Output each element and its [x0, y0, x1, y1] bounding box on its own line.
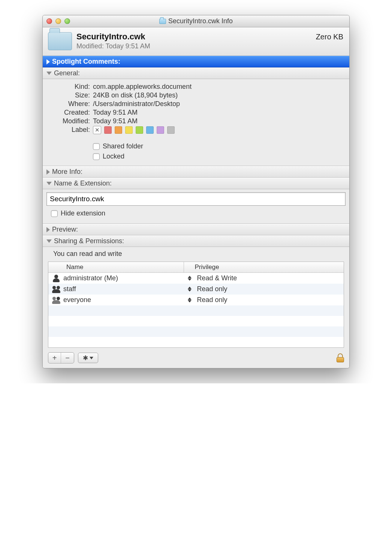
modified-label: Modified:	[49, 117, 90, 125]
chevron-down-icon	[90, 357, 93, 359]
filename-input[interactable]	[46, 192, 346, 206]
disclosure-triangle-icon	[46, 227, 50, 232]
disclosure-triangle-icon	[46, 72, 52, 75]
label-blue-button[interactable]	[146, 126, 154, 134]
column-privilege[interactable]: Privilege	[184, 262, 344, 272]
disclosure-triangle-icon	[46, 182, 52, 185]
gear-icon: ✱	[83, 354, 88, 362]
close-window-button[interactable]	[46, 18, 52, 24]
info-window: SecurityIntro.cwk Info SecurityIntro.cwk…	[42, 15, 350, 368]
label-gray-button[interactable]	[167, 126, 175, 134]
locked-label: Locked	[103, 153, 124, 160]
table-row-empty	[48, 337, 344, 347]
size-value: 24KB on disk (18,904 bytes)	[93, 91, 178, 99]
disclosure-triangle-icon	[46, 169, 50, 175]
traffic-lights	[46, 18, 70, 24]
created-value: Today 9:51 AM	[93, 109, 138, 117]
permissions-header: Name Privilege	[48, 262, 344, 273]
label-none-button[interactable]: ✕	[93, 126, 101, 134]
where-label: Where:	[49, 100, 90, 108]
perm-name: administrator (Me)	[63, 274, 118, 282]
label-colors: ✕	[93, 126, 175, 134]
section-more-info[interactable]: More Info:	[43, 166, 349, 178]
label-orange-button[interactable]	[115, 126, 122, 134]
label-yellow-button[interactable]	[125, 126, 133, 134]
disclosure-triangle-icon	[46, 59, 50, 64]
label-purple-button[interactable]	[157, 126, 164, 134]
add-user-button[interactable]: +	[48, 353, 61, 363]
perm-privilege: Read only	[197, 296, 227, 304]
file-header: SecurityIntro.cwk Modified: Today 9:51 A…	[43, 27, 349, 56]
section-title: Sharing & Permissions:	[54, 237, 124, 245]
action-menu-button[interactable]: ✱	[78, 353, 98, 363]
where-value: /Users/administrator/Desktop	[93, 100, 180, 108]
section-sharing-permissions[interactable]: Sharing & Permissions:	[43, 235, 349, 247]
table-row-empty	[48, 305, 344, 316]
sharing-body: You can read and write Name Privilege ad…	[43, 250, 349, 368]
created-label: Created:	[49, 109, 90, 117]
zoom-window-button[interactable]	[64, 18, 70, 24]
filename-label: SecurityIntro.cwk	[76, 32, 316, 42]
table-row-empty	[48, 326, 344, 337]
kind-value: com.apple.appleworks.document	[93, 83, 192, 91]
shared-folder-checkbox[interactable]	[93, 143, 100, 150]
label-label: Label:	[49, 126, 90, 134]
section-title: Name & Extension:	[54, 180, 112, 187]
shared-folder-label: Shared folder	[103, 142, 143, 150]
perm-privilege: Read & Write	[197, 274, 237, 282]
size-label: Size:	[49, 91, 90, 99]
stepper-icon[interactable]	[188, 298, 192, 302]
locked-checkbox[interactable]	[93, 153, 100, 160]
section-title: More Info:	[52, 168, 82, 176]
section-spotlight-comments[interactable]: Spotlight Comments:	[43, 56, 349, 67]
table-row-empty	[48, 316, 344, 326]
table-row[interactable]: administrator (Me)Read & Write	[48, 273, 344, 284]
person-icon	[52, 275, 60, 282]
section-general[interactable]: General:	[43, 67, 349, 79]
section-preview[interactable]: Preview:	[43, 224, 349, 235]
table-row[interactable]: staffRead only	[48, 284, 344, 295]
group-icon	[52, 296, 60, 304]
modified-label: Modified: Today 9:51 AM	[76, 42, 316, 50]
perm-name: everyone	[63, 296, 91, 304]
perm-name: staff	[63, 285, 76, 293]
filesize-label: Zero KB	[316, 33, 343, 41]
modified-value: Today 9:51 AM	[93, 117, 138, 125]
disclosure-triangle-icon	[46, 239, 52, 243]
section-title: Preview:	[52, 226, 78, 233]
file-icon	[48, 32, 72, 50]
title-center: SecurityIntro.cwk Info	[43, 17, 349, 25]
header-text: SecurityIntro.cwk Modified: Today 9:51 A…	[76, 32, 316, 50]
window-title: SecurityIntro.cwk Info	[168, 17, 233, 25]
hide-extension-label: Hide extension	[61, 209, 105, 217]
permissions-message: You can read and write	[53, 250, 349, 258]
hide-extension-checkbox[interactable]	[51, 210, 58, 217]
label-green-button[interactable]	[136, 126, 143, 134]
add-remove-segment: + −	[48, 352, 74, 363]
lock-icon[interactable]	[337, 353, 344, 362]
label-red-button[interactable]	[104, 126, 112, 134]
section-title: General:	[54, 69, 80, 77]
group-icon	[52, 286, 60, 293]
minimize-window-button[interactable]	[55, 18, 61, 24]
permissions-footer: + − ✱	[43, 349, 349, 368]
remove-user-button[interactable]: −	[61, 353, 74, 363]
section-title: Spotlight Comments:	[52, 58, 120, 66]
stepper-icon[interactable]	[188, 276, 192, 281]
folder-icon	[159, 19, 166, 24]
table-row[interactable]: everyoneRead only	[48, 295, 344, 305]
titlebar[interactable]: SecurityIntro.cwk Info	[43, 15, 349, 27]
permissions-table: Name Privilege administrator (Me)Read & …	[48, 262, 344, 348]
column-name[interactable]: Name	[48, 262, 184, 272]
stepper-icon[interactable]	[188, 287, 192, 292]
name-extension-body: Hide extension	[43, 189, 349, 224]
kind-label: Kind:	[49, 83, 90, 91]
perm-privilege: Read only	[197, 285, 227, 293]
section-name-extension[interactable]: Name & Extension:	[43, 178, 349, 189]
general-body: Kind:com.apple.appleworks.document Size:…	[43, 79, 349, 166]
